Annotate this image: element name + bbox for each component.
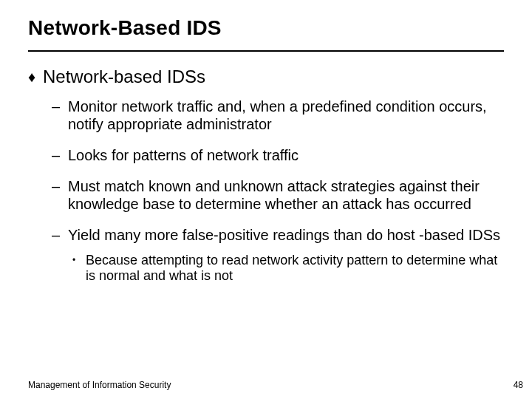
bullet-level2: – Yield many more false-positive reading…: [28, 226, 504, 244]
bullet-text: Network-based IDSs: [43, 66, 205, 87]
bullet-text: Yield many more false-positive readings …: [68, 226, 500, 244]
bullet-text: Must match known and unknown attack stra…: [68, 177, 504, 213]
bullet-level3: • Because attempting to read network act…: [28, 253, 504, 284]
bullet-level1: ♦ Network-based IDSs: [28, 66, 504, 87]
footer-source: Management of Information Security: [28, 380, 171, 390]
bullet-level2: – Looks for patterns of network traffic: [28, 146, 504, 164]
bullet-level2: – Monitor network traffic and, when a pr…: [28, 98, 504, 133]
bullet-level2: – Must match known and unknown attack st…: [28, 177, 504, 213]
dot-icon: •: [72, 253, 86, 284]
bullet-text: Monitor network traffic and, when a pred…: [68, 98, 504, 133]
slide-title: Network-Based IDS: [0, 0, 532, 40]
dash-icon: –: [52, 226, 68, 244]
slide-content: ♦ Network-based IDSs – Monitor network t…: [0, 52, 532, 284]
bullet-text: Because attempting to read network activ…: [86, 253, 504, 284]
bullet-text: Looks for patterns of network traffic: [68, 146, 299, 164]
dash-icon: –: [52, 177, 68, 213]
dash-icon: –: [52, 98, 68, 133]
slide: Network-Based IDS ♦ Network-based IDSs –…: [0, 0, 532, 399]
dash-icon: –: [52, 146, 68, 164]
page-number: 48: [514, 380, 523, 390]
diamond-icon: ♦: [28, 66, 43, 87]
